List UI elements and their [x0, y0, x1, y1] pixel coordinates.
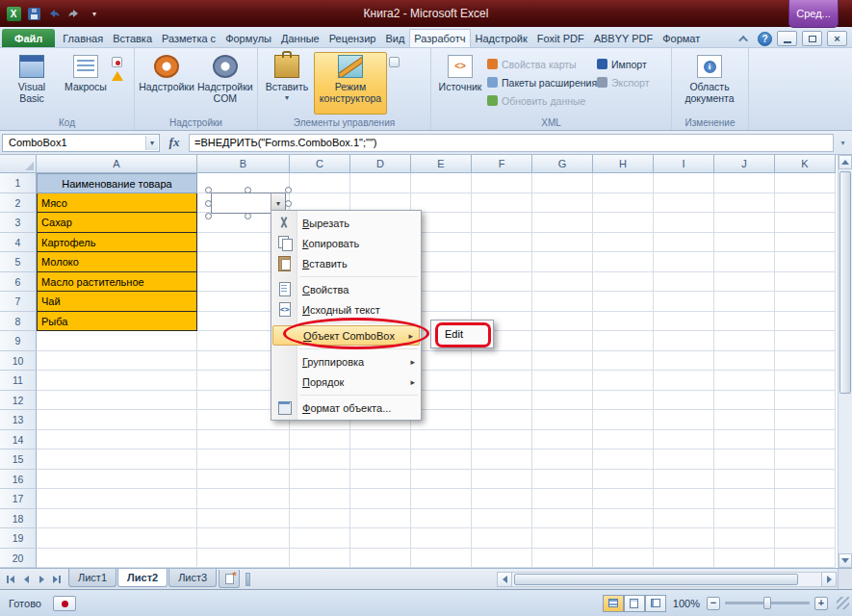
cell[interactable]: [472, 509, 532, 529]
last-sheet-button[interactable]: [49, 572, 65, 587]
cell[interactable]: Масло растительное: [37, 272, 197, 293]
minimize-window-button[interactable]: [777, 31, 797, 46]
cell[interactable]: [654, 173, 714, 193]
cell[interactable]: [532, 272, 593, 293]
cell[interactable]: [714, 292, 775, 312]
cell[interactable]: [37, 470, 197, 490]
redo-button[interactable]: [65, 5, 83, 22]
cell[interactable]: [472, 391, 532, 411]
ribbon-tab[interactable]: Формат: [658, 29, 705, 47]
document-panel-button[interactable]: Область документа: [676, 52, 743, 115]
cell[interactable]: [775, 292, 836, 312]
cell[interactable]: [290, 430, 350, 450]
cell[interactable]: [350, 449, 411, 470]
tab-split-handle[interactable]: [245, 573, 250, 586]
scroll-down-button[interactable]: [839, 553, 852, 568]
cell[interactable]: [593, 292, 654, 312]
cell[interactable]: [654, 331, 714, 351]
resize-handle[interactable]: [205, 213, 212, 219]
cell[interactable]: [775, 528, 836, 549]
insert-controls-button[interactable]: Вставить ▾: [262, 52, 312, 115]
menu-item[interactable]: Вырезать: [271, 213, 421, 233]
cell[interactable]: [37, 489, 197, 509]
row-header[interactable]: 13: [0, 410, 37, 430]
column-header[interactable]: I: [654, 155, 714, 173]
name-box[interactable]: ComboBox1 ▾: [2, 134, 160, 152]
xml-source-button[interactable]: <> Источник: [435, 52, 485, 115]
expansion-packs-button[interactable]: Пакеты расширения: [487, 75, 595, 90]
cell[interactable]: [197, 509, 290, 529]
cell[interactable]: [472, 272, 532, 293]
row-header[interactable]: 17: [0, 489, 37, 509]
page-layout-view-button[interactable]: [624, 595, 645, 612]
cell[interactable]: [654, 193, 714, 214]
cell[interactable]: [593, 213, 654, 233]
cell[interactable]: [714, 233, 775, 253]
cell[interactable]: [654, 449, 714, 470]
page-break-view-button[interactable]: [645, 595, 666, 612]
select-all-corner[interactable]: [0, 155, 37, 173]
cell[interactable]: [593, 489, 654, 509]
name-box-dropdown-icon[interactable]: ▾: [145, 136, 158, 150]
cell[interactable]: [290, 549, 350, 569]
cell[interactable]: [654, 351, 714, 372]
row-header[interactable]: 9: [0, 331, 37, 351]
row-header[interactable]: 1: [0, 173, 37, 193]
cell[interactable]: [472, 371, 532, 391]
cell[interactable]: [472, 430, 532, 450]
ribbon-tab[interactable]: Рецензир: [324, 29, 381, 47]
cell[interactable]: Мясо: [37, 193, 197, 214]
cell[interactable]: [775, 489, 836, 509]
record-macro-icon[interactable]: [112, 57, 122, 67]
cell[interactable]: [411, 489, 472, 509]
cell[interactable]: [593, 233, 654, 253]
cell[interactable]: [654, 528, 714, 549]
cell[interactable]: [472, 351, 532, 372]
export-button[interactable]: Экспорт: [597, 75, 658, 90]
design-mode-button[interactable]: Режим конструктора: [314, 52, 387, 115]
cell[interactable]: [714, 351, 775, 372]
cell[interactable]: [290, 470, 350, 490]
visual-basic-button[interactable]: Visual Basic: [4, 52, 60, 115]
cell[interactable]: [654, 272, 714, 293]
cell[interactable]: [532, 371, 593, 391]
cell[interactable]: [37, 410, 197, 430]
cell[interactable]: [654, 391, 714, 411]
cell[interactable]: [532, 470, 593, 490]
cell[interactable]: [532, 351, 593, 372]
cell[interactable]: [593, 449, 654, 470]
zoom-level-label[interactable]: 100%: [673, 598, 700, 609]
row-header[interactable]: 3: [0, 213, 37, 233]
cell[interactable]: [654, 292, 714, 312]
minimize-ribbon-button[interactable]: [736, 30, 753, 47]
resize-grip[interactable]: [837, 597, 849, 609]
column-header[interactable]: K: [775, 155, 836, 173]
cell[interactable]: [593, 391, 654, 411]
cell[interactable]: [775, 233, 836, 253]
cell[interactable]: [714, 410, 775, 430]
row-header[interactable]: 7: [0, 292, 37, 312]
cell[interactable]: [532, 193, 593, 214]
row-header[interactable]: 6: [0, 272, 37, 293]
resize-handle[interactable]: [205, 200, 212, 207]
cell[interactable]: [714, 430, 775, 450]
insert-function-button[interactable]: fx: [162, 135, 187, 150]
column-header[interactable]: A: [37, 155, 197, 173]
cell[interactable]: [532, 528, 593, 549]
cell[interactable]: [532, 391, 593, 411]
tab-file[interactable]: Файл: [2, 29, 55, 47]
cell[interactable]: [714, 449, 775, 470]
column-header[interactable]: J: [714, 155, 775, 173]
record-macro-status-button[interactable]: [53, 596, 76, 611]
help-button[interactable]: ?: [758, 32, 772, 46]
cell[interactable]: [775, 312, 836, 332]
cell[interactable]: [472, 410, 532, 430]
cell[interactable]: [775, 449, 836, 470]
horizontal-scrollbar[interactable]: [497, 572, 837, 587]
cell[interactable]: [472, 173, 532, 193]
cell[interactable]: [472, 213, 532, 233]
cell[interactable]: [350, 549, 411, 569]
cell[interactable]: [37, 331, 197, 351]
submenu-item-edit[interactable]: Edit: [445, 328, 463, 340]
cell[interactable]: [532, 213, 593, 233]
